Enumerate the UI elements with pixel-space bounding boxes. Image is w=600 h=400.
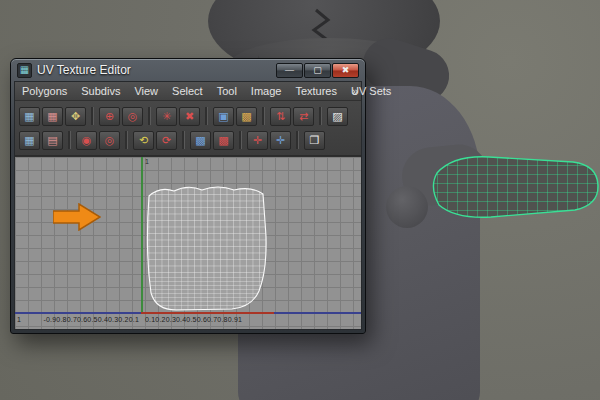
select-ring-icon-glyph: ◉ <box>77 132 96 149</box>
move-uv-shell-icon[interactable]: ▦ <box>42 107 63 126</box>
window-title: UV Texture Editor <box>37 63 276 77</box>
uv-shell-mesh[interactable] <box>142 181 274 315</box>
toolbar-separator <box>319 107 322 125</box>
snap-points-icon[interactable]: ▩ <box>213 131 234 150</box>
maya-viewport: ▦ UV Texture Editor — ▢ ✖ PolygonsSubdiv… <box>0 0 600 400</box>
menu-item-tool[interactable]: Tool <box>210 85 244 97</box>
toolbar-separator <box>91 107 94 125</box>
grid-uv-icon[interactable]: ▦ <box>19 131 40 150</box>
character-hand-joint[interactable] <box>386 186 428 228</box>
smear-uv-icon-glyph: ✥ <box>66 108 85 125</box>
align-h-icon[interactable]: ⇄ <box>293 107 314 126</box>
move-side-icon[interactable]: ✛ <box>270 131 291 150</box>
toolbar-separator <box>296 131 299 149</box>
sew-uv-icon-glyph: ◎ <box>123 108 142 125</box>
menu-item-polygons[interactable]: Polygons <box>15 85 74 97</box>
axis-ticks-right: 0.10.20.30.40.50.60.70.80.91 <box>145 316 242 323</box>
grid-uv-icon-glyph: ▦ <box>20 132 39 149</box>
menu-item-subdivs[interactable]: Subdivs <box>74 85 127 97</box>
toolbar-separator <box>125 131 128 149</box>
layout-grid-icon-glyph: ▣ <box>214 108 233 125</box>
uv-editor-canvas[interactable]: 1 <box>15 156 361 329</box>
rotate-ccw-icon[interactable]: ⟲ <box>133 131 154 150</box>
menu-item-view[interactable]: View <box>127 85 165 97</box>
minimize-button[interactable]: — <box>276 63 303 78</box>
window-app-icon: ▦ <box>17 63 32 78</box>
select-loop-icon-glyph: ◎ <box>100 132 119 149</box>
unfold-uv-icon-glyph: ▩ <box>237 108 256 125</box>
uv-toolbar: ▦▦✥⊕◎✳✖▣▩⇅⇄▨ ▦▤◉◎⟲⟳▩▩✛✛❐ <box>15 101 361 156</box>
toolbar-separator <box>68 131 71 149</box>
move-up-icon-glyph: ✛ <box>248 132 267 149</box>
uv-snapshot-icon[interactable]: ▨ <box>327 107 348 126</box>
menu-bar: PolygonsSubdivsViewSelectToolImageTextur… <box>15 82 361 101</box>
select-loop-icon[interactable]: ◎ <box>99 131 120 150</box>
layout-preset-icon-glyph: ❐ <box>305 132 324 149</box>
toolbar-row-2: ▦▤◉◎⟲⟳▩▩✛✛❐ <box>19 128 357 152</box>
layout-grid-icon[interactable]: ▣ <box>213 107 234 126</box>
axis-ticks-left: -0.90.80.70.60.50.40.30.20.1 <box>19 316 139 323</box>
align-v-icon-glyph: ⇅ <box>271 108 290 125</box>
cut-uv-icon-glyph: ⊕ <box>100 108 119 125</box>
delete-uv-icon[interactable]: ✖ <box>179 107 200 126</box>
rotate-cw-icon-glyph: ⟳ <box>157 132 176 149</box>
shell-border-icon[interactable]: ▤ <box>42 131 63 150</box>
menu-item-image[interactable]: Image <box>244 85 289 97</box>
layout-preset-icon[interactable]: ❐ <box>304 131 325 150</box>
uv-lattice-icon[interactable]: ▦ <box>19 107 40 126</box>
menu-overflow-chevron[interactable]: » <box>352 85 358 97</box>
close-button[interactable]: ✖ <box>332 63 359 78</box>
uv-snapshot-icon-glyph: ▨ <box>328 108 347 125</box>
toolbar-separator <box>205 107 208 125</box>
smear-uv-icon[interactable]: ✥ <box>65 107 86 126</box>
unfold-uv-icon[interactable]: ▩ <box>236 107 257 126</box>
move-uv-shell-icon-glyph: ▦ <box>43 108 62 125</box>
axis-origin-label: 1 <box>145 158 149 165</box>
toolbar-separator <box>148 107 151 125</box>
rotate-cw-icon[interactable]: ⟳ <box>156 131 177 150</box>
align-v-icon[interactable]: ⇅ <box>270 107 291 126</box>
cut-uv-icon[interactable]: ⊕ <box>99 107 120 126</box>
sew-uv-icon[interactable]: ◎ <box>122 107 143 126</box>
uv-lattice-icon-glyph: ▦ <box>20 108 39 125</box>
move-side-icon-glyph: ✛ <box>271 132 290 149</box>
rotate-ccw-icon-glyph: ⟲ <box>134 132 153 149</box>
split-uv-icon[interactable]: ✳ <box>156 107 177 126</box>
maximize-button[interactable]: ▢ <box>304 63 331 78</box>
menu-item-select[interactable]: Select <box>165 85 210 97</box>
selected-arm-wireframe[interactable] <box>427 147 600 225</box>
delete-uv-icon-glyph: ✖ <box>180 108 199 125</box>
move-up-icon[interactable]: ✛ <box>247 131 268 150</box>
window-titlebar[interactable]: ▦ UV Texture Editor — ▢ ✖ <box>11 59 365 81</box>
shell-border-icon-glyph: ▤ <box>43 132 62 149</box>
toolbar-separator <box>182 131 185 149</box>
uv-texture-editor-window: ▦ UV Texture Editor — ▢ ✖ PolygonsSubdiv… <box>10 58 366 334</box>
split-uv-icon-glyph: ✳ <box>157 108 176 125</box>
callout-arrow-icon <box>53 203 101 231</box>
select-ring-icon[interactable]: ◉ <box>76 131 97 150</box>
menu-item-textures[interactable]: Textures <box>288 85 344 97</box>
snap-pixels-icon-glyph: ▩ <box>191 132 210 149</box>
toolbar-row-1: ▦▦✥⊕◎✳✖▣▩⇅⇄▨ <box>19 104 357 128</box>
toolbar-separator <box>262 107 265 125</box>
toolbar-separator <box>239 131 242 149</box>
window-client-area: PolygonsSubdivsViewSelectToolImageTextur… <box>14 81 362 330</box>
snap-pixels-icon[interactable]: ▩ <box>190 131 211 150</box>
align-h-icon-glyph: ⇄ <box>294 108 313 125</box>
snap-points-icon-glyph: ▩ <box>214 132 233 149</box>
